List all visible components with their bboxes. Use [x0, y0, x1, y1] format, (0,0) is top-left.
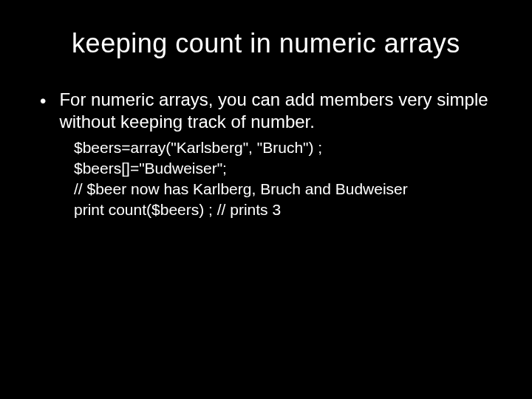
code-line: $beers[]="Budweiser";: [74, 158, 502, 179]
code-line: // $beer now has Karlberg, Bruch and Bud…: [74, 179, 502, 200]
slide: keeping count in numeric arrays • For nu…: [0, 0, 532, 399]
bullet-item: • For numeric arrays, you can add member…: [40, 89, 502, 133]
slide-title: keeping count in numeric arrays: [30, 28, 502, 59]
code-line: $beers=array("Karlsberg", "Bruch") ;: [74, 137, 502, 158]
code-line: print count($beers) ; // prints 3: [74, 200, 502, 220]
bullet-text: For numeric arrays, you can add members …: [59, 89, 502, 133]
code-block: $beers=array("Karlsberg", "Bruch") ; $be…: [74, 137, 502, 220]
bullet-dot-icon: •: [40, 90, 46, 112]
